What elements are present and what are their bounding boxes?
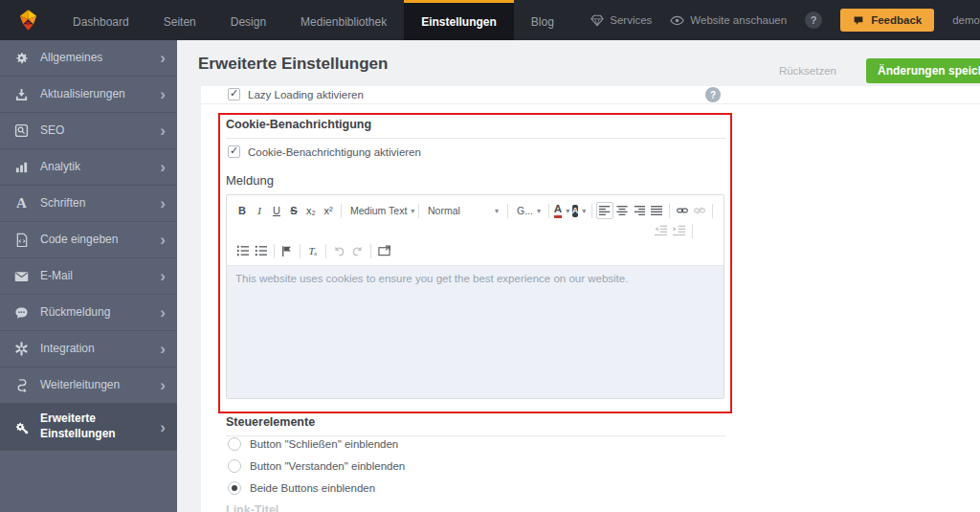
- underline-icon[interactable]: U: [268, 202, 285, 219]
- align-justify-icon[interactable]: [648, 202, 665, 219]
- code-file-icon: [12, 233, 31, 247]
- sidebar-item-rückmeldung[interactable]: Rückmeldung›: [0, 295, 177, 331]
- outdent-icon[interactable]: [652, 222, 670, 239]
- radio-icon[interactable]: [228, 481, 241, 495]
- source-code-icon[interactable]: [375, 242, 393, 259]
- feedback-button[interactable]: Feedback: [840, 9, 934, 32]
- feedback-bubble-icon: [12, 306, 31, 320]
- sidebar-item-label: Rückmeldung: [40, 301, 150, 324]
- toolbar-separator: [418, 204, 419, 218]
- cookie-enable-checkbox[interactable]: [228, 145, 240, 158]
- help-button[interactable]: ?: [805, 11, 822, 29]
- paragraph-format-dropdown[interactable]: Normal▾: [423, 202, 503, 219]
- message-field-label: Meldung: [226, 173, 274, 188]
- sidebar-item-label: Integration: [40, 338, 150, 361]
- lazy-loading-help-icon[interactable]: ?: [705, 87, 721, 102]
- rich-text-editor: BIUSx₂x²Medium Text▾Normal▾G...▾A▾A▾ Tₓ …: [226, 194, 724, 399]
- flag-icon[interactable]: [278, 242, 296, 259]
- sidebar-item-label: Code eingeben: [40, 229, 150, 252]
- redo-icon[interactable]: [348, 242, 367, 259]
- services-link[interactable]: Services: [590, 14, 652, 27]
- sidebar-item-e-mail[interactable]: E-Mail›: [0, 258, 177, 295]
- services-gem-icon: [590, 14, 604, 27]
- chevron-right-icon: ›: [160, 232, 166, 248]
- editor-toolbar-row-3: Tₓ: [227, 240, 724, 261]
- toolbar-separator: [692, 224, 693, 238]
- bar-chart-icon: [12, 160, 31, 174]
- text-color-dropdown[interactable]: A▾: [553, 202, 570, 219]
- sidebar-item-label: Analytik: [40, 156, 150, 179]
- controls-radio-group: Button "Schließen" einblendenButton "Ver…: [228, 436, 405, 502]
- sidebar-item-aktualisierungen[interactable]: Aktualisierungen›: [0, 77, 177, 113]
- services-label: Services: [610, 14, 652, 26]
- sidebar-item-integration[interactable]: Integration›: [0, 331, 177, 367]
- sidebar-item-erweiterte-einstellungen[interactable]: Erweiterte Einstellungen›: [0, 404, 177, 451]
- tab-blog[interactable]: Blog: [514, 0, 571, 40]
- editor-toolbar-row-2: [227, 221, 724, 240]
- radio-option-button-verstanden-einblenden[interactable]: Button "Verstanden" einblenden: [228, 458, 405, 474]
- logo-gem-icon: [15, 8, 41, 33]
- tab-design[interactable]: Design: [213, 0, 283, 40]
- toolbar-separator: [548, 204, 549, 218]
- chevron-right-icon: ›: [160, 195, 166, 211]
- text-size-dropdown[interactable]: Medium Text▾: [345, 202, 414, 219]
- reset-button[interactable]: Rücksetzen: [779, 65, 836, 77]
- strikethrough-icon[interactable]: S: [285, 202, 302, 219]
- sidebar-item-allgemeines[interactable]: Allgemeines›: [0, 40, 177, 77]
- ordered-list-icon[interactable]: [234, 242, 252, 259]
- sidebar-item-label: Aktualisierungen: [40, 83, 150, 106]
- undo-icon[interactable]: [330, 242, 348, 259]
- align-center-icon[interactable]: [613, 202, 631, 219]
- editor-content-area[interactable]: This website uses cookies to ensure you …: [227, 265, 724, 398]
- background-color-dropdown[interactable]: A▾: [570, 202, 588, 219]
- radio-option-beide-buttons-einblenden[interactable]: Beide Buttons einblenden: [228, 480, 405, 496]
- cookie-enable-label: Cookie-Benachrichtigung aktivieren: [248, 146, 421, 158]
- radio-icon[interactable]: [228, 437, 241, 451]
- sidebar-item-seo[interactable]: SEO›: [0, 113, 177, 149]
- lazy-loading-label: Lazy Loading aktivieren: [248, 89, 364, 100]
- unordered-list-icon[interactable]: [252, 242, 270, 259]
- preview-link[interactable]: Website anschauen: [670, 14, 787, 26]
- toolbar-separator: [325, 244, 326, 258]
- superscript-icon[interactable]: x²: [320, 202, 337, 219]
- sidebar-item-code-eingeben[interactable]: Code eingeben›: [0, 222, 177, 258]
- align-right-icon[interactable]: [631, 202, 648, 219]
- radio-icon[interactable]: [228, 459, 241, 473]
- unlink-icon[interactable]: [691, 202, 708, 219]
- sidebar-item-weiterleitungen[interactable]: Weiterleitungen›: [0, 367, 177, 404]
- insert-link-icon[interactable]: [674, 202, 691, 219]
- toolbar-separator: [370, 244, 371, 258]
- subscript-icon[interactable]: x₂: [302, 202, 320, 219]
- editor-toolbar-row-1: BIUSx₂x²Medium Text▾Normal▾G...▾A▾A▾: [227, 195, 724, 221]
- sidebar-item-analytik[interactable]: Analytik›: [0, 149, 177, 186]
- cookie-message-text: This website uses cookies to ensure you …: [235, 273, 715, 284]
- feedback-label: Feedback: [871, 14, 922, 26]
- save-button[interactable]: Änderungen speichern: [866, 58, 980, 83]
- chevron-right-icon: ›: [160, 50, 166, 66]
- chevron-right-icon: ›: [160, 268, 166, 284]
- bold-icon[interactable]: B: [234, 202, 251, 219]
- tab-einstellungen[interactable]: Einstellungen: [404, 0, 514, 40]
- align-left-icon[interactable]: [596, 202, 613, 219]
- sidebar-item-label: Schriften: [40, 192, 150, 215]
- radio-option-button-schließen-einblenden[interactable]: Button "Schließen" einblenden: [228, 436, 405, 452]
- advanced-settings-icon: [12, 420, 31, 434]
- settings-sidebar: Allgemeines›Aktualisierungen›SEO›Analyti…: [0, 40, 177, 512]
- tab-dashboard[interactable]: Dashboard: [56, 0, 146, 40]
- redirect-icon: [12, 378, 31, 392]
- radio-label: Beide Buttons einblenden: [250, 482, 375, 494]
- indent-icon[interactable]: [670, 222, 688, 239]
- account-label[interactable]: demo: [952, 14, 980, 26]
- italic-icon[interactable]: I: [251, 202, 268, 219]
- app-logo[interactable]: [0, 0, 56, 40]
- sidebar-item-schriften[interactable]: ASchriften›: [0, 186, 177, 222]
- tab-seiten[interactable]: Seiten: [146, 0, 213, 40]
- sidebar-item-label: E-Mail: [40, 265, 150, 288]
- lazy-loading-checkbox[interactable]: [228, 88, 240, 100]
- caret-down-icon: ▾: [411, 207, 414, 215]
- font-family-dropdown[interactable]: G...▾: [512, 202, 545, 219]
- preview-label: Website anschauen: [690, 14, 787, 26]
- lazy-loading-row: Lazy Loading aktivieren ?: [201, 86, 980, 103]
- tab-medienbibliothek[interactable]: Medienbibliothek: [283, 0, 404, 40]
- clear-formatting-icon[interactable]: Tₓ: [304, 242, 322, 259]
